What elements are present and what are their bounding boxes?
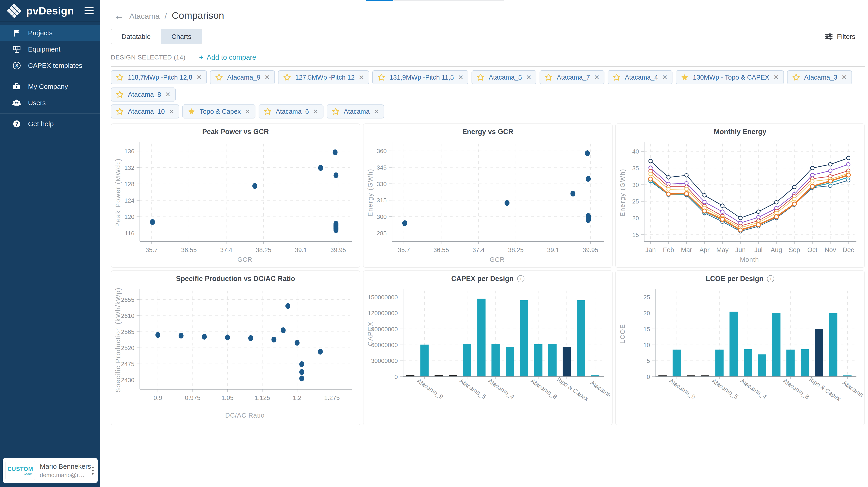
chip-close-icon[interactable]: ✕ <box>841 73 847 81</box>
svg-text:35.7: 35.7 <box>146 246 158 253</box>
tab-datatable[interactable]: Datatable <box>111 29 161 44</box>
svg-text:Atacama_5: Atacama_5 <box>711 377 739 400</box>
chip-close-icon[interactable]: ✕ <box>245 108 250 115</box>
info-icon[interactable]: i <box>767 275 774 282</box>
design-chip[interactable]: Atacama_3✕ <box>787 70 852 84</box>
svg-text:360: 360 <box>377 148 386 154</box>
design-chip[interactable]: 130MWp - Topo & CAPEX✕ <box>676 70 784 84</box>
user-email: demo.mario@ratedpo... <box>40 471 87 479</box>
chip-close-icon[interactable]: ✕ <box>773 73 779 81</box>
svg-text:CAPEX: CAPEX <box>367 321 374 346</box>
svg-text:136: 136 <box>124 148 134 155</box>
design-chip[interactable]: Topo & Capex✕ <box>182 104 255 119</box>
chip-close-icon[interactable]: ✕ <box>526 73 531 81</box>
svg-text:39.1: 39.1 <box>547 246 559 253</box>
svg-text:38.25: 38.25 <box>256 246 271 253</box>
chip-close-icon[interactable]: ✕ <box>165 91 170 98</box>
logo-row: pvDesign <box>0 0 100 22</box>
user-card[interactable]: CUSTOM Logo Mario Bennekers demo.mario@r… <box>3 458 98 483</box>
design-chip[interactable]: Atacama_5✕ <box>471 70 536 84</box>
sidebar-item-get-help[interactable]: ?Get help <box>0 116 100 132</box>
svg-text:2565: 2565 <box>121 329 134 335</box>
star-outline-icon[interactable] <box>264 108 272 116</box>
chip-close-icon[interactable]: ✕ <box>594 73 599 81</box>
svg-text:1.125: 1.125 <box>254 394 270 401</box>
star-outline-icon[interactable] <box>332 108 340 116</box>
design-chip[interactable]: 131,9MWp -Pitch 11,5✕ <box>372 70 468 84</box>
sidebar-item-label: Equipment <box>28 45 60 53</box>
sidebar-item-my-company[interactable]: My Company <box>0 79 100 95</box>
tab-charts[interactable]: Charts <box>161 29 202 44</box>
svg-text:May: May <box>716 246 729 253</box>
sidebar-item-capex-templates[interactable]: $CAPEX templates <box>0 57 100 74</box>
star-outline-icon[interactable] <box>613 73 621 82</box>
user-menu-kebab-icon[interactable] <box>92 467 95 475</box>
design-chip[interactable]: Atacama_8✕ <box>111 88 176 101</box>
plus-icon: + <box>199 53 204 62</box>
design-chip[interactable]: 127.5MWp -Pitch 12✕ <box>278 70 369 84</box>
chip-close-icon[interactable]: ✕ <box>359 73 364 81</box>
filters-sliders-icon <box>825 32 833 41</box>
svg-text:0: 0 <box>395 373 398 380</box>
breadcrumb-project[interactable]: Atacama <box>129 12 160 21</box>
star-filled-icon[interactable] <box>187 108 195 116</box>
design-chip-label: Atacama_3 <box>804 74 837 81</box>
star-outline-icon[interactable] <box>476 73 485 82</box>
svg-text:38.25: 38.25 <box>508 246 524 253</box>
design-chip[interactable]: Atacama_6✕ <box>258 104 323 119</box>
sidebar-item-projects[interactable]: Projects <box>0 25 100 41</box>
chip-row: 118,7MWp -Pitch 12,8✕Atacama_9✕127.5MWp … <box>111 70 865 101</box>
star-outline-icon[interactable] <box>215 73 223 82</box>
chip-close-icon[interactable]: ✕ <box>169 108 174 115</box>
star-outline-icon[interactable] <box>283 73 291 82</box>
filters-button[interactable]: Filters <box>825 32 855 41</box>
design-chip-label: Atacama <box>344 108 370 115</box>
page-header: ← Atacama / Comparison <box>100 0 868 21</box>
svg-text:LCOE: LCOE <box>619 324 626 344</box>
star-outline-icon[interactable] <box>792 73 800 82</box>
design-chip[interactable]: 118,7MWp -Pitch 12,8✕ <box>111 70 207 84</box>
svg-text:1.2: 1.2 <box>293 394 301 401</box>
star-outline-icon[interactable] <box>116 73 124 82</box>
svg-text:2655: 2655 <box>121 296 134 303</box>
design-chip[interactable]: Atacama_9✕ <box>210 70 275 84</box>
chart-title: LCOE per Design <box>706 275 764 283</box>
svg-text:30: 30 <box>632 182 639 188</box>
chip-close-icon[interactable]: ✕ <box>196 73 202 81</box>
design-chip[interactable]: Atacama✕ <box>327 104 384 119</box>
chart-title-row: LCOE per Designi <box>618 272 863 285</box>
design-chip[interactable]: Atacama_10✕ <box>111 104 179 119</box>
star-outline-icon[interactable] <box>377 73 385 82</box>
design-chip[interactable]: Atacama_7✕ <box>539 70 604 84</box>
chip-close-icon[interactable]: ✕ <box>458 73 463 81</box>
star-outline-icon[interactable] <box>116 108 124 116</box>
chip-close-icon[interactable]: ✕ <box>374 108 379 115</box>
sidebar-item-users[interactable]: Users <box>0 95 100 111</box>
design-chip-label: Atacama_8 <box>128 91 161 98</box>
sidebar-item-label: Get help <box>28 120 54 128</box>
chip-close-icon[interactable]: ✕ <box>265 73 270 81</box>
company-logo: CUSTOM Logo <box>5 461 35 480</box>
add-to-compare-button[interactable]: + Add to compare <box>199 53 256 62</box>
selection-row: DESIGN SELECTED (14) + Add to compare <box>111 53 858 62</box>
star-outline-icon[interactable] <box>116 90 124 98</box>
sidebar-item-equipment[interactable]: Equipment <box>0 41 100 57</box>
svg-text:40: 40 <box>632 148 639 155</box>
hamburger-menu-icon[interactable] <box>85 7 94 14</box>
star-outline-icon[interactable] <box>545 73 553 82</box>
company-logo-subtext: Logo <box>24 471 32 475</box>
back-arrow-icon[interactable]: ← <box>114 9 124 22</box>
chart-canvas: 0510152025Atacama_9Atacama_5Atacama_4Ata… <box>618 285 863 419</box>
design-chip-label: Atacama_5 <box>489 74 522 81</box>
design-chip[interactable]: Atacama_4✕ <box>608 70 673 84</box>
chip-close-icon[interactable]: ✕ <box>662 73 668 81</box>
svg-text:Atacama_9: Atacama_9 <box>416 377 444 400</box>
svg-text:90000000: 90000000 <box>371 326 398 333</box>
chip-close-icon[interactable]: ✕ <box>313 108 318 115</box>
info-icon[interactable]: i <box>517 275 524 282</box>
star-filled-icon[interactable] <box>681 73 689 82</box>
sidebar-item-label: Projects <box>28 29 53 37</box>
chart-card-peak-power-vs-gcr: Peak Power vs GCR11612012412813213635.73… <box>111 123 360 268</box>
help-circle-icon: ? <box>12 119 22 128</box>
loading-progress-bar <box>366 0 504 1</box>
